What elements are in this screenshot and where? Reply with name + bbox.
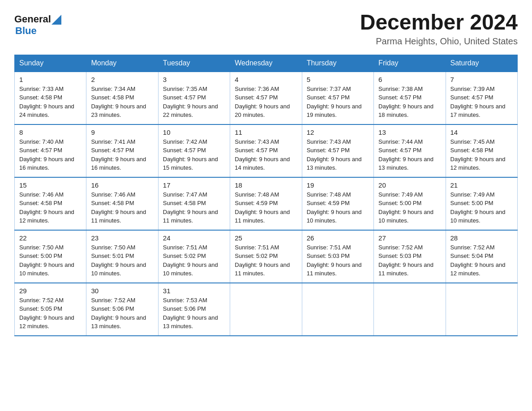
day-info: Sunrise: 7:51 AM Sunset: 5:02 PM Dayligh… — [163, 243, 225, 278]
table-row: 23 Sunrise: 7:50 AM Sunset: 5:01 PM Dayl… — [86, 230, 158, 283]
day-number: 14 — [450, 128, 513, 136]
col-friday: Friday — [374, 55, 446, 72]
table-row: 15 Sunrise: 7:46 AM Sunset: 4:58 PM Dayl… — [15, 177, 86, 230]
col-tuesday: Tuesday — [158, 55, 230, 72]
table-row: 20 Sunrise: 7:49 AM Sunset: 5:00 PM Dayl… — [374, 177, 446, 230]
day-number: 30 — [91, 287, 153, 295]
day-info: Sunrise: 7:51 AM Sunset: 5:03 PM Dayligh… — [307, 243, 369, 278]
table-row: 2 Sunrise: 7:34 AM Sunset: 4:58 PM Dayli… — [86, 72, 158, 124]
day-info: Sunrise: 7:40 AM Sunset: 4:57 PM Dayligh… — [19, 137, 82, 172]
day-number: 15 — [19, 181, 82, 189]
week-row-4: 22 Sunrise: 7:50 AM Sunset: 5:00 PM Dayl… — [15, 230, 518, 283]
day-info: Sunrise: 7:34 AM Sunset: 4:58 PM Dayligh… — [91, 85, 153, 120]
day-number: 20 — [378, 181, 441, 189]
logo: General Blue — [14, 13, 61, 37]
day-info: Sunrise: 7:36 AM Sunset: 4:57 PM Dayligh… — [235, 85, 297, 120]
table-row: 21 Sunrise: 7:49 AM Sunset: 5:00 PM Dayl… — [446, 177, 517, 230]
day-number: 4 — [235, 76, 297, 83]
day-info: Sunrise: 7:48 AM Sunset: 4:59 PM Dayligh… — [307, 190, 369, 225]
svg-marker-0 — [51, 15, 61, 25]
day-info: Sunrise: 7:44 AM Sunset: 4:57 PM Dayligh… — [378, 137, 441, 172]
logo-blue-text: Blue — [15, 25, 37, 36]
day-info: Sunrise: 7:49 AM Sunset: 5:00 PM Dayligh… — [378, 190, 441, 225]
day-number: 21 — [450, 181, 513, 189]
day-info: Sunrise: 7:45 AM Sunset: 4:58 PM Dayligh… — [450, 137, 513, 172]
day-number: 7 — [450, 76, 513, 83]
col-wednesday: Wednesday — [230, 55, 302, 72]
table-row: 27 Sunrise: 7:52 AM Sunset: 5:03 PM Dayl… — [374, 230, 446, 283]
day-info: Sunrise: 7:53 AM Sunset: 5:06 PM Dayligh… — [163, 296, 225, 331]
col-monday: Monday — [86, 55, 158, 72]
day-info: Sunrise: 7:35 AM Sunset: 4:57 PM Dayligh… — [163, 85, 225, 120]
day-number: 23 — [91, 234, 153, 242]
day-info: Sunrise: 7:46 AM Sunset: 4:58 PM Dayligh… — [91, 190, 153, 225]
day-number: 16 — [91, 181, 153, 189]
day-number: 24 — [163, 234, 225, 242]
week-row-3: 15 Sunrise: 7:46 AM Sunset: 4:58 PM Dayl… — [15, 177, 518, 230]
day-info: Sunrise: 7:41 AM Sunset: 4:57 PM Dayligh… — [91, 137, 153, 172]
day-info: Sunrise: 7:52 AM Sunset: 5:06 PM Dayligh… — [91, 296, 153, 331]
day-number: 25 — [235, 234, 297, 242]
day-info: Sunrise: 7:50 AM Sunset: 5:00 PM Dayligh… — [19, 243, 82, 278]
table-row: 25 Sunrise: 7:51 AM Sunset: 5:02 PM Dayl… — [230, 230, 302, 283]
calendar-table: Sunday Monday Tuesday Wednesday Thursday… — [14, 55, 518, 336]
day-number: 18 — [235, 181, 297, 189]
table-row: 6 Sunrise: 7:38 AM Sunset: 4:57 PM Dayli… — [374, 72, 446, 124]
day-info: Sunrise: 7:52 AM Sunset: 5:04 PM Dayligh… — [450, 243, 513, 278]
table-row: 22 Sunrise: 7:50 AM Sunset: 5:00 PM Dayl… — [15, 230, 86, 283]
col-thursday: Thursday — [302, 55, 373, 72]
day-info: Sunrise: 7:48 AM Sunset: 4:59 PM Dayligh… — [235, 190, 297, 225]
table-row: 8 Sunrise: 7:40 AM Sunset: 4:57 PM Dayli… — [15, 124, 86, 177]
day-number: 19 — [307, 181, 369, 189]
table-row: 24 Sunrise: 7:51 AM Sunset: 5:02 PM Dayl… — [158, 230, 230, 283]
day-number: 17 — [163, 181, 225, 189]
day-info: Sunrise: 7:52 AM Sunset: 5:05 PM Dayligh… — [19, 296, 82, 331]
logo-triangle-icon — [51, 12, 61, 25]
week-row-2: 8 Sunrise: 7:40 AM Sunset: 4:57 PM Dayli… — [15, 124, 518, 177]
table-row: 14 Sunrise: 7:45 AM Sunset: 4:58 PM Dayl… — [446, 124, 517, 177]
day-number: 28 — [450, 234, 513, 242]
table-row: 16 Sunrise: 7:46 AM Sunset: 4:58 PM Dayl… — [86, 177, 158, 230]
table-row: 5 Sunrise: 7:37 AM Sunset: 4:57 PM Dayli… — [302, 72, 373, 124]
day-info: Sunrise: 7:38 AM Sunset: 4:57 PM Dayligh… — [378, 85, 441, 120]
day-number: 3 — [163, 76, 225, 83]
table-row: 9 Sunrise: 7:41 AM Sunset: 4:57 PM Dayli… — [86, 124, 158, 177]
table-row: 11 Sunrise: 7:43 AM Sunset: 4:57 PM Dayl… — [230, 124, 302, 177]
day-number: 27 — [378, 234, 441, 242]
title-area: December 2024 Parma Heights, Ohio, Unite… — [360, 11, 518, 47]
table-row: 4 Sunrise: 7:36 AM Sunset: 4:57 PM Dayli… — [230, 72, 302, 124]
logo-general-text: General — [14, 13, 51, 25]
week-row-1: 1 Sunrise: 7:33 AM Sunset: 4:58 PM Dayli… — [15, 72, 518, 124]
table-row: 12 Sunrise: 7:43 AM Sunset: 4:57 PM Dayl… — [302, 124, 373, 177]
day-number: 2 — [91, 76, 153, 83]
table-row: 7 Sunrise: 7:39 AM Sunset: 4:57 PM Dayli… — [446, 72, 517, 124]
day-number: 5 — [307, 76, 369, 83]
day-info: Sunrise: 7:43 AM Sunset: 4:57 PM Dayligh… — [307, 137, 369, 172]
table-row — [230, 283, 302, 336]
day-number: 12 — [307, 128, 369, 136]
table-row: 10 Sunrise: 7:42 AM Sunset: 4:57 PM Dayl… — [158, 124, 230, 177]
table-row: 29 Sunrise: 7:52 AM Sunset: 5:05 PM Dayl… — [15, 283, 86, 336]
day-info: Sunrise: 7:43 AM Sunset: 4:57 PM Dayligh… — [235, 137, 297, 172]
day-info: Sunrise: 7:50 AM Sunset: 5:01 PM Dayligh… — [91, 243, 153, 278]
week-row-5: 29 Sunrise: 7:52 AM Sunset: 5:05 PM Dayl… — [15, 283, 518, 336]
table-row: 13 Sunrise: 7:44 AM Sunset: 4:57 PM Dayl… — [374, 124, 446, 177]
day-number: 1 — [19, 76, 82, 83]
page-header: General Blue December 2024 Parma Heights… — [14, 11, 518, 47]
calendar-header-row: Sunday Monday Tuesday Wednesday Thursday… — [15, 55, 518, 72]
col-saturday: Saturday — [446, 55, 517, 72]
table-row: 18 Sunrise: 7:48 AM Sunset: 4:59 PM Dayl… — [230, 177, 302, 230]
col-sunday: Sunday — [15, 55, 86, 72]
day-number: 22 — [19, 234, 82, 242]
day-number: 8 — [19, 128, 82, 136]
day-number: 26 — [307, 234, 369, 242]
day-info: Sunrise: 7:51 AM Sunset: 5:02 PM Dayligh… — [235, 243, 297, 278]
day-number: 9 — [91, 128, 153, 136]
location-title: Parma Heights, Ohio, United States — [360, 36, 518, 47]
table-row — [374, 283, 446, 336]
month-title: December 2024 — [360, 11, 518, 34]
day-number: 13 — [378, 128, 441, 136]
day-number: 29 — [19, 287, 82, 295]
day-info: Sunrise: 7:33 AM Sunset: 4:58 PM Dayligh… — [19, 85, 82, 120]
table-row — [302, 283, 373, 336]
